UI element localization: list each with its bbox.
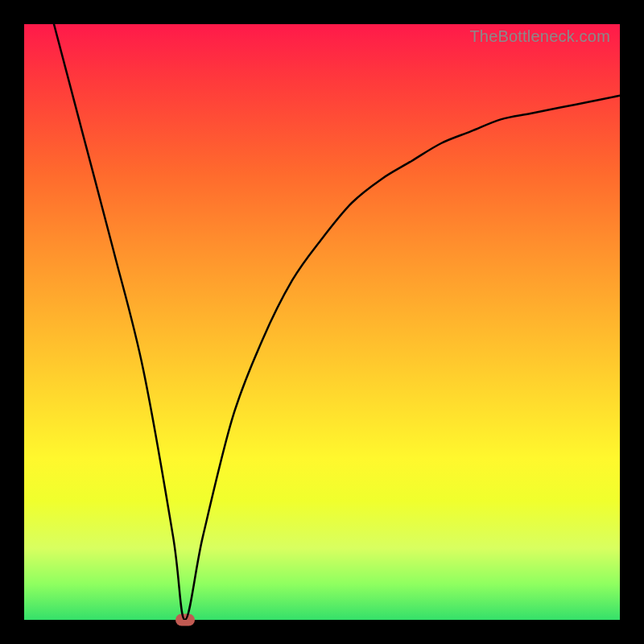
chart-plot-area: TheBottleneck.com (24, 24, 620, 620)
bottleneck-curve (24, 24, 620, 620)
watermark-text: TheBottleneck.com (469, 27, 610, 46)
